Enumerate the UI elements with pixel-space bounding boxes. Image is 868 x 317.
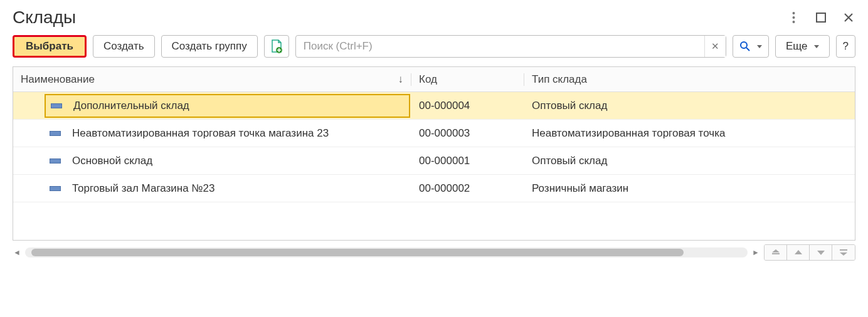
svg-rect-3 xyxy=(817,13,825,22)
cell-name: Торговый зал Магазина №23 xyxy=(13,175,411,202)
table-row[interactable]: Дополнительный склад00-000004Оптовый скл… xyxy=(13,92,855,120)
column-type-label: Тип склада xyxy=(532,73,587,86)
item-icon xyxy=(50,131,61,136)
chevron-down-icon xyxy=(757,45,762,48)
svg-rect-7 xyxy=(840,249,847,251)
table: Наименование ↓ Код Тип склада Дополнител… xyxy=(13,66,855,241)
search-dropdown-button[interactable] xyxy=(733,35,769,58)
more-label: Еще xyxy=(786,40,808,53)
column-code-label: Код xyxy=(419,73,437,86)
column-header-type[interactable]: Тип склада xyxy=(524,73,855,86)
table-empty-space xyxy=(13,202,855,240)
row-name: Дополнительный склад xyxy=(73,100,189,112)
scroll-left-arrow[interactable]: ◄ xyxy=(13,248,21,257)
nav-down-button[interactable] xyxy=(810,245,832,260)
titlebar-controls xyxy=(786,11,855,24)
column-header-name[interactable]: Наименование ↓ xyxy=(13,73,411,86)
cell-name: Неавтоматизированная торговая точка мага… xyxy=(13,120,411,147)
create-button[interactable]: Создать xyxy=(93,35,155,58)
horizontal-scrollbar[interactable] xyxy=(25,247,748,257)
nav-last-button[interactable] xyxy=(832,245,855,260)
scrollbar-thumb[interactable] xyxy=(31,249,684,256)
item-icon xyxy=(51,103,62,108)
svg-point-0 xyxy=(792,12,795,14)
row-name: Основной склад xyxy=(72,155,152,167)
table-body: Дополнительный склад00-000004Оптовый скл… xyxy=(13,92,855,202)
new-document-button[interactable] xyxy=(264,35,289,58)
cell-code: 00-000002 xyxy=(411,175,524,202)
cell-code: 00-000001 xyxy=(411,147,524,174)
svg-point-2 xyxy=(792,21,795,23)
scroll-area: ◄ ► xyxy=(8,241,860,262)
titlebar: Склады xyxy=(8,8,860,35)
cell-type: Розничный магазин xyxy=(524,175,855,202)
column-header-code[interactable]: Код xyxy=(411,73,524,86)
cell-code: 00-000003 xyxy=(411,120,524,147)
cell-type: Неавтоматизированная торговая точка xyxy=(524,120,855,147)
toolbar: Выбрать Создать Создать группу ✕ Еще xyxy=(8,35,860,66)
help-button[interactable]: ? xyxy=(836,35,855,58)
cell-code: 00-000004 xyxy=(411,92,524,119)
row-name: Торговый зал Магазина №23 xyxy=(72,182,215,195)
magnifier-icon xyxy=(739,41,751,52)
cell-type: Оптовый склад xyxy=(524,92,855,119)
cell-name: Дополнительный склад xyxy=(13,92,411,119)
window-title: Склады xyxy=(13,8,76,28)
table-row[interactable]: Основной склад00-000001Оптовый склад xyxy=(13,147,855,175)
svg-point-5 xyxy=(741,42,747,48)
chevron-down-icon xyxy=(814,45,819,48)
nav-up-button[interactable] xyxy=(787,245,810,260)
close-icon[interactable] xyxy=(842,11,855,24)
document-add-icon xyxy=(271,39,282,53)
row-name: Неавтоматизированная торговая точка мага… xyxy=(72,127,329,140)
table-header: Наименование ↓ Код Тип склада xyxy=(13,67,855,92)
item-icon xyxy=(50,186,61,191)
table-row[interactable]: Торговый зал Магазина №2300-000002Рознич… xyxy=(13,175,855,202)
search-field: ✕ xyxy=(295,35,726,58)
table-row[interactable]: Неавтоматизированная торговая точка мага… xyxy=(13,120,855,147)
column-name-label: Наименование xyxy=(21,73,95,86)
kebab-menu-icon[interactable] xyxy=(786,11,800,24)
svg-point-1 xyxy=(792,16,795,19)
search-clear-button[interactable]: ✕ xyxy=(704,36,726,57)
select-button[interactable]: Выбрать xyxy=(13,35,87,58)
cell-type: Оптовый склад xyxy=(524,147,855,174)
create-group-button[interactable]: Создать группу xyxy=(161,35,258,58)
nav-buttons xyxy=(764,244,855,261)
item-icon xyxy=(50,158,61,164)
nav-first-button[interactable] xyxy=(765,245,787,260)
scroll-right-arrow[interactable]: ► xyxy=(751,248,760,257)
cell-name: Основной склад xyxy=(13,147,411,174)
search-input[interactable] xyxy=(296,36,704,57)
more-button[interactable]: Еще xyxy=(775,35,830,58)
svg-rect-6 xyxy=(772,253,780,254)
window: Склады Выбрать Создать Создать группу xyxy=(8,8,860,262)
maximize-icon[interactable] xyxy=(814,11,828,24)
sort-descending-icon: ↓ xyxy=(398,73,404,86)
